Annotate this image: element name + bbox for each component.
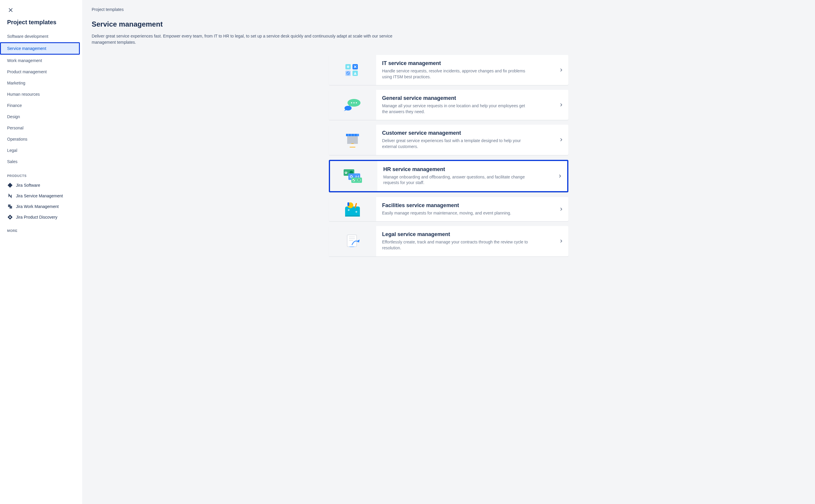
product-jira-software[interactable]: Jira Software — [2, 180, 80, 191]
svg-point-12 — [353, 102, 355, 103]
template-illustration-customer — [329, 125, 376, 155]
template-description: Manage all your service requests in one … — [382, 103, 530, 115]
chevron-right-icon — [554, 226, 568, 256]
template-body: IT service managementHandle service requ… — [376, 55, 554, 85]
template-illustration-hr — [330, 161, 377, 191]
template-body: Facilities service managementEasily mana… — [376, 197, 554, 222]
jira-software-icon — [7, 182, 13, 188]
svg-rect-19 — [355, 134, 357, 136]
svg-point-4 — [347, 66, 349, 68]
sidebar-category-service-management[interactable]: Service management — [0, 42, 80, 55]
template-illustration-general — [329, 90, 376, 120]
svg-point-29 — [357, 175, 358, 176]
template-card-hr[interactable]: HR service managementManage onboarding a… — [329, 160, 568, 192]
sidebar-category-marketing[interactable]: Marketing — [2, 78, 80, 88]
template-title: IT service management — [382, 60, 549, 66]
template-illustration-itsm — [329, 55, 376, 85]
chevron-right-icon — [554, 90, 568, 120]
chevron-right-icon — [554, 125, 568, 155]
svg-rect-40 — [349, 237, 355, 237]
jira-discovery-icon — [7, 214, 13, 220]
svg-rect-18 — [352, 134, 354, 136]
product-jira-discovery[interactable]: Jira Product Discovery — [2, 212, 80, 222]
svg-point-11 — [351, 102, 352, 103]
template-title: HR service management — [383, 166, 548, 173]
template-card-legal[interactable]: Legal service managementEffortlessly cre… — [329, 226, 568, 256]
sidebar: Project templates Software developmentSe… — [0, 0, 82, 504]
svg-rect-16 — [346, 134, 348, 136]
category-list: Software developmentService managementWo… — [2, 31, 80, 167]
products-section-label: PRODUCTS — [2, 168, 80, 180]
template-card-general[interactable]: General service managementManage all you… — [329, 90, 568, 120]
template-illustration-facilities — [329, 197, 376, 222]
sidebar-category-product-management[interactable]: Product management — [2, 66, 80, 77]
sidebar-category-human-resources[interactable]: Human resources — [2, 89, 80, 100]
svg-rect-35 — [348, 202, 349, 206]
product-jira-work[interactable]: Jira Work Management — [2, 201, 80, 212]
template-description: Manage onboarding and offboarding, answe… — [383, 174, 531, 186]
template-list: IT service managementHandle service requ… — [329, 55, 568, 256]
template-description: Handle service requests, resolve inciden… — [382, 68, 530, 80]
main-content: Project templates Service management Del… — [82, 0, 815, 504]
chevron-right-icon — [553, 161, 567, 191]
product-label: Jira Work Management — [16, 204, 59, 209]
template-description: Deliver great service experiences fast w… — [382, 138, 530, 149]
jira-work-icon — [7, 204, 13, 209]
template-card-facilities[interactable]: Facilities service managementEasily mana… — [329, 197, 568, 222]
close-button[interactable] — [6, 5, 15, 15]
svg-point-2 — [9, 217, 11, 218]
template-title: General service management — [382, 95, 549, 101]
svg-rect-42 — [349, 240, 353, 241]
template-card-customer[interactable]: Customer service managementDeliver great… — [329, 125, 568, 155]
sidebar-category-legal[interactable]: Legal — [2, 145, 80, 156]
template-body: HR service managementManage onboarding a… — [377, 161, 553, 191]
template-title: Legal service management — [382, 231, 549, 238]
breadcrumb[interactable]: Project templates — [92, 7, 806, 12]
product-label: Jira Product Discovery — [16, 215, 57, 220]
sidebar-category-design[interactable]: Design — [2, 111, 80, 122]
template-body: Legal service managementEffortlessly cre… — [376, 226, 554, 256]
svg-rect-41 — [349, 238, 355, 239]
sidebar-category-work-management[interactable]: Work management — [2, 55, 80, 66]
sidebar-category-operations[interactable]: Operations — [2, 134, 80, 144]
sidebar-title: Project templates — [2, 19, 80, 31]
template-illustration-legal — [329, 226, 376, 256]
product-label: Jira Service Management — [16, 194, 63, 198]
sidebar-category-finance[interactable]: Finance — [2, 100, 80, 111]
template-description: Easily manage requests for maintenance, … — [382, 210, 530, 216]
template-title: Facilities service management — [382, 202, 549, 209]
product-label: Jira Software — [16, 183, 40, 188]
sidebar-category-software-development[interactable]: Software development — [2, 31, 80, 42]
template-body: General service managementManage all you… — [376, 90, 554, 120]
sidebar-category-personal[interactable]: Personal — [2, 123, 80, 133]
chevron-right-icon — [554, 197, 568, 222]
template-title: Customer service management — [382, 130, 549, 136]
template-description: Effortlessly create, track and manage yo… — [382, 239, 530, 251]
product-jira-service[interactable]: Jira Service Management — [2, 191, 80, 201]
template-body: Customer service managementDeliver great… — [376, 125, 554, 155]
template-card-itsm[interactable]: IT service managementHandle service requ… — [329, 55, 568, 85]
svg-point-38 — [355, 211, 357, 213]
chevron-right-icon — [554, 55, 568, 85]
products-list: Jira SoftwareJira Service ManagementJira… — [2, 180, 80, 222]
svg-rect-17 — [349, 134, 351, 136]
svg-point-33 — [358, 179, 360, 180]
jira-service-icon — [7, 193, 13, 199]
svg-rect-22 — [347, 144, 358, 147]
svg-point-43 — [349, 246, 355, 247]
sidebar-category-sales[interactable]: Sales — [2, 156, 80, 167]
svg-point-13 — [356, 102, 357, 103]
page-description: Deliver great service experiences fast. … — [92, 33, 411, 45]
page-title: Service management — [92, 20, 806, 28]
more-section-label: MORE — [2, 222, 80, 235]
close-icon — [8, 7, 13, 13]
svg-point-37 — [348, 209, 350, 211]
